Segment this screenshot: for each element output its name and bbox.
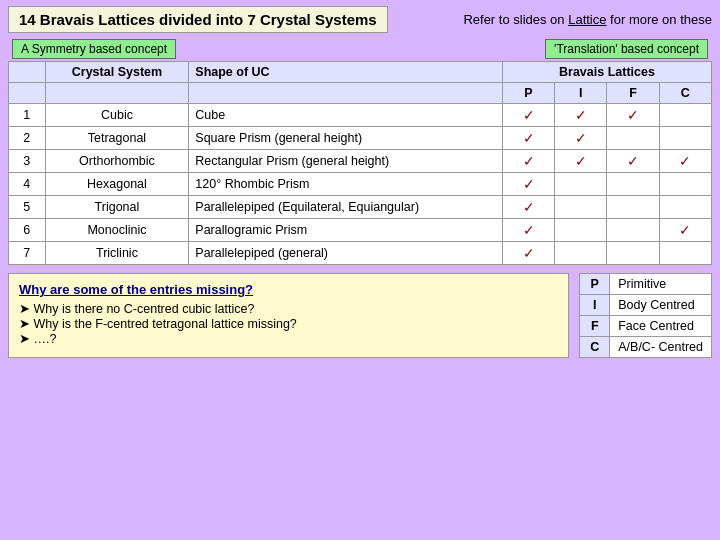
cell-i: ✓ [555,127,607,150]
legend-wrapper: P Primitive I Body Centred F Face Centre… [579,273,712,358]
cell-num: 5 [9,196,46,219]
cell-crystal: Cubic [45,104,189,127]
cell-num: 6 [9,219,46,242]
cell-c [659,242,711,265]
lattice-link[interactable]: Lattice [568,12,606,27]
why-list: Why is there no C-centred cubic lattice?… [19,301,558,346]
col-header-shape2 [189,83,503,104]
col-header-crystal: Crystal System [45,62,189,83]
cell-c [659,173,711,196]
table-row: 1 Cubic Cube ✓ ✓ ✓ [9,104,712,127]
cell-f [607,173,659,196]
legend-row: I Body Centred [580,295,712,316]
cell-c [659,196,711,219]
cell-p: ✓ [502,219,554,242]
col-header-num2 [9,83,46,104]
cell-f: ✓ [607,104,659,127]
cell-c: ✓ [659,219,711,242]
legend-row: F Face Centred [580,316,712,337]
legend-row: C A/B/C- Centred [580,337,712,358]
legend-key: I [580,295,610,316]
col-header-num [9,62,46,83]
cell-shape: 120° Rhombic Prism [189,173,503,196]
cell-shape: Parallelepiped (Equilateral, Equiangular… [189,196,503,219]
col-header-shape: Shape of UC [189,62,503,83]
legend-value: Primitive [610,274,712,295]
legend-row: P Primitive [580,274,712,295]
col-header-p: P [502,83,554,104]
cell-p: ✓ [502,196,554,219]
cell-f [607,127,659,150]
why-title: Why are some of the entries missing? [19,282,558,297]
cell-f [607,219,659,242]
cell-i: ✓ [555,104,607,127]
cell-p: ✓ [502,127,554,150]
cell-i [555,219,607,242]
cell-num: 7 [9,242,46,265]
cell-crystal: Hexagonal [45,173,189,196]
cell-p: ✓ [502,104,554,127]
legend-key: P [580,274,610,295]
col-header-f: F [607,83,659,104]
cell-shape: Cube [189,104,503,127]
col-header-crystal2 [45,83,189,104]
table-row: 2 Tetragonal Square Prism (general heigh… [9,127,712,150]
why-item: ….? [19,331,558,346]
cell-i: ✓ [555,150,607,173]
cell-crystal: Tetragonal [45,127,189,150]
page-header: 14 Bravais Lattices divided into 7 Cryst… [0,0,720,37]
cell-num: 2 [9,127,46,150]
cell-num: 1 [9,104,46,127]
col-header-i: I [555,83,607,104]
legend-value: Face Centred [610,316,712,337]
table-row: 5 Trigonal Parallelepiped (Equilateral, … [9,196,712,219]
cell-c [659,127,711,150]
table-row: 4 Hexagonal 120° Rhombic Prism ✓ [9,173,712,196]
why-item: Why is the F-centred tetragonal lattice … [19,316,558,331]
cell-f [607,196,659,219]
cell-crystal: Orthorhombic [45,150,189,173]
main-table-wrapper: Crystal System Shape of UC Bravais Latti… [0,61,720,265]
cell-num: 3 [9,150,46,173]
why-box: Why are some of the entries missing? Why… [8,273,569,358]
cell-shape: Parallelepiped (general) [189,242,503,265]
legend-key: C [580,337,610,358]
col-header-c: C [659,83,711,104]
cell-c: ✓ [659,150,711,173]
col-header-bravais: Bravais Lattices [502,62,711,83]
concept-row: A Symmetry based concept 'Translation' b… [0,37,720,61]
symmetry-badge: A Symmetry based concept [12,39,176,59]
why-item: Why is there no C-centred cubic lattice? [19,301,558,316]
bravais-table: Crystal System Shape of UC Bravais Latti… [8,61,712,265]
table-row: 7 Triclinic Parallelepiped (general) ✓ [9,242,712,265]
table-row: 6 Monoclinic Parallogramic Prism ✓ ✓ [9,219,712,242]
cell-p: ✓ [502,150,554,173]
page-title: 14 Bravais Lattices divided into 7 Cryst… [8,6,388,33]
legend-key: F [580,316,610,337]
bottom-section: Why are some of the entries missing? Why… [0,265,720,358]
cell-shape: Rectangular Prism (general height) [189,150,503,173]
cell-num: 4 [9,173,46,196]
refer-text: Refer to slides on Lattice for more on t… [398,12,712,27]
cell-shape: Parallogramic Prism [189,219,503,242]
cell-i [555,242,607,265]
legend-value: Body Centred [610,295,712,316]
cell-f: ✓ [607,150,659,173]
cell-crystal: Trigonal [45,196,189,219]
cell-i [555,173,607,196]
table-row: 3 Orthorhombic Rectangular Prism (genera… [9,150,712,173]
cell-p: ✓ [502,173,554,196]
legend-value: A/B/C- Centred [610,337,712,358]
cell-f [607,242,659,265]
cell-crystal: Monoclinic [45,219,189,242]
cell-i [555,196,607,219]
cell-p: ✓ [502,242,554,265]
cell-shape: Square Prism (general height) [189,127,503,150]
translation-badge: 'Translation' based concept [545,39,708,59]
legend-table: P Primitive I Body Centred F Face Centre… [579,273,712,358]
cell-crystal: Triclinic [45,242,189,265]
cell-c [659,104,711,127]
